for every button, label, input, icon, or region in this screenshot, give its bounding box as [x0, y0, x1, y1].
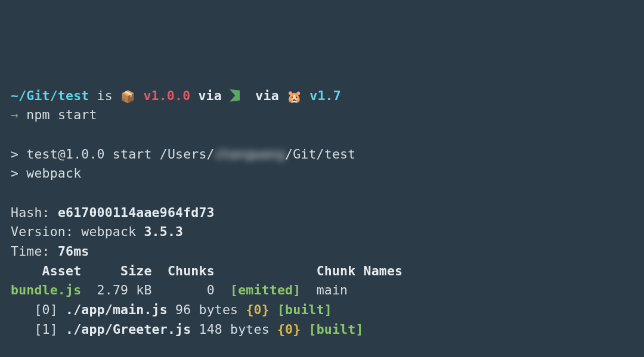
module-chunkref: {0}: [277, 322, 301, 337]
version-value: 3.5.3: [144, 224, 183, 239]
module-size: 148 bytes: [199, 322, 270, 337]
asset-row: bundle.js 2.79 kB 0 [emitted] main: [11, 283, 348, 297]
npm-run-prefix: > test@1.0.0 start /Users/: [11, 147, 215, 162]
prompt-via2: via: [255, 88, 278, 103]
header-chunknames: Chunk Names: [317, 263, 403, 278]
prompt-line[interactable]: ~/Git/test is 📦 v1.0.0 via via 🐹 v1.7: [11, 88, 341, 103]
header-asset: Asset: [42, 263, 82, 278]
version-label: Version: webpack: [11, 224, 144, 239]
module-index: [1]: [34, 322, 57, 337]
module-status: [built]: [277, 302, 332, 317]
asset-status: [emitted]: [230, 283, 301, 297]
cwd-path: ~/Git/test: [11, 88, 89, 103]
prompt-arrow-icon: →: [11, 107, 18, 122]
module-status: [built]: [309, 322, 364, 337]
package-icon: 📦: [120, 89, 135, 104]
header-size: Size: [120, 263, 152, 278]
node-icon: [230, 89, 240, 102]
terminal-output: ~/Git/test is 📦 v1.0.0 via via 🐹 v1.7 → …: [11, 86, 633, 340]
tool-icon: 🐹: [287, 89, 302, 104]
hash-label: Hash:: [11, 205, 58, 220]
module-file: ./app/Greeter.js: [66, 322, 191, 337]
command-text: npm start: [26, 107, 97, 122]
tool-version: v1.7: [309, 88, 341, 103]
command-line[interactable]: → npm start: [11, 107, 97, 122]
npm-run-suffix: /Git/test: [285, 147, 355, 162]
redacted-username: zhangwang: [215, 147, 285, 162]
module-index: [0]: [34, 302, 57, 317]
header-chunks: Chunks: [168, 263, 215, 278]
module-file: ./app/main.js: [66, 302, 168, 317]
prompt-is: is: [97, 88, 113, 103]
time-label: Time:: [11, 244, 58, 259]
module-chunkref: {0}: [246, 302, 269, 317]
package-version: v1.0.0: [143, 88, 190, 103]
module-size: 96 bytes: [175, 302, 238, 317]
npm-script-line: > webpack: [11, 166, 81, 181]
asset-table-header: Asset Size Chunks Chunk Names: [11, 263, 402, 278]
webpack-hash-line: Hash: e617000114aae964fd73: [11, 205, 215, 220]
webpack-version-line: Version: webpack 3.5.3: [11, 224, 183, 239]
asset-chunk: 0: [207, 283, 215, 297]
npm-run-line: > test@1.0.0 start /Users/zhangwang/Git/…: [11, 147, 355, 162]
hash-value: e617000114aae964fd73: [58, 205, 215, 220]
time-value: 76ms: [58, 244, 89, 259]
asset-size: 2.79 kB: [97, 283, 152, 297]
webpack-time-line: Time: 76ms: [11, 244, 89, 259]
asset-name: bundle.js: [11, 283, 81, 297]
asset-chunkname: main: [317, 283, 348, 297]
prompt-via1: via: [198, 88, 221, 103]
module-row: [0] ./app/main.js 96 bytes {0} [built]: [11, 302, 332, 317]
module-row: [1] ./app/Greeter.js 148 bytes {0} [buil…: [11, 322, 364, 337]
